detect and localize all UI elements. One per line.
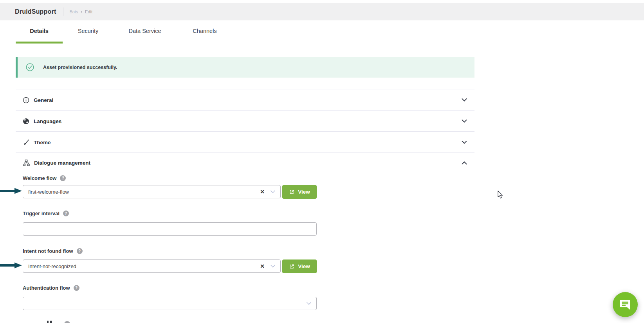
external-link-icon	[289, 189, 294, 195]
chevron-down-icon[interactable]	[462, 141, 467, 144]
authentication-flow-select[interactable]	[23, 297, 317, 310]
brush-icon	[23, 139, 29, 146]
breadcrumb: Bots • Edit	[70, 9, 93, 14]
breadcrumb-bots[interactable]: Bots	[70, 9, 78, 14]
tab-data-service[interactable]: Data Service	[114, 20, 176, 42]
view-button-label: View	[298, 189, 310, 195]
chevron-up-icon[interactable]	[462, 161, 467, 165]
section-dialogue-management[interactable]: Dialogue management	[16, 153, 474, 173]
header-divider	[63, 7, 63, 16]
section-general-label: General	[34, 97, 53, 103]
chevron-down-icon[interactable]	[307, 302, 311, 305]
header-bar: DruidSupport Bots • Edit	[0, 3, 644, 20]
section-languages-label: Languages	[34, 118, 61, 124]
welcome-flow-label: Welcome flow ?	[23, 175, 66, 181]
tab-baseline	[16, 43, 631, 43]
page-title: DruidSupport	[15, 8, 56, 15]
section-languages[interactable]: Languages	[16, 111, 474, 132]
help-icon	[64, 321, 70, 323]
annotation-arrow-intent-flow	[0, 261, 22, 271]
help-icon[interactable]: ?	[60, 175, 66, 181]
trigger-interval-label: Trigger interval ?	[23, 210, 69, 216]
welcome-flow-value: first-welcome-flow	[28, 189, 69, 195]
authentication-flow-label-text: Authentication flow	[23, 285, 70, 291]
active-tab-indicator	[16, 42, 63, 44]
tab-details[interactable]: Details	[16, 20, 63, 42]
section-theme[interactable]: Theme	[16, 132, 474, 153]
welcome-flow-select[interactable]: first-welcome-flow ✕	[23, 185, 281, 198]
tab-bar: Details Security Data Service Channels	[16, 20, 233, 42]
welcome-flow-label-text: Welcome flow	[23, 175, 56, 181]
alert-message: Asset provisioned successfully.	[43, 65, 117, 70]
clear-icon[interactable]: ✕	[260, 263, 265, 269]
check-circle-icon	[25, 63, 34, 72]
help-icon[interactable]: ?	[74, 285, 79, 291]
partial-next-field-label	[50, 321, 52, 323]
mouse-cursor-icon	[498, 191, 504, 201]
help-icon[interactable]: ?	[77, 248, 83, 254]
intent-not-found-select[interactable]: Intent-not-recognized ✕	[23, 259, 281, 273]
info-icon	[23, 97, 29, 103]
tab-security[interactable]: Security	[63, 20, 114, 42]
success-alert: Asset provisioned successfully.	[16, 57, 474, 78]
chat-bubble-icon	[619, 299, 632, 311]
section-dialogue-management-label: Dialogue management	[34, 160, 90, 166]
chevron-down-icon[interactable]	[462, 98, 467, 102]
intent-not-found-label: Intent not found flow ?	[23, 248, 83, 254]
globe-icon	[23, 118, 29, 125]
sitemap-icon	[23, 160, 30, 166]
section-general[interactable]: General	[16, 89, 474, 111]
bot-edit-page: DruidSupport Bots • Edit Details Securit…	[0, 0, 644, 323]
chevron-down-icon[interactable]	[271, 190, 275, 193]
welcome-flow-view-button[interactable]: View	[282, 185, 317, 199]
external-link-icon	[289, 264, 294, 269]
help-icon[interactable]: ?	[63, 210, 69, 216]
breadcrumb-edit: Edit	[85, 9, 92, 14]
trigger-interval-label-text: Trigger interval	[23, 210, 60, 216]
section-theme-label: Theme	[34, 140, 51, 145]
annotation-arrow-welcome-flow	[0, 187, 22, 197]
intent-not-found-value: Intent-not-recognized	[28, 263, 76, 269]
chevron-down-icon[interactable]	[271, 265, 275, 268]
trigger-interval-input[interactable]	[23, 222, 317, 236]
view-button-label: View	[298, 263, 310, 269]
breadcrumb-separator: •	[81, 10, 83, 14]
authentication-flow-label: Authentication flow ?	[23, 285, 79, 291]
chat-widget-button[interactable]	[613, 292, 638, 317]
partial-next-field-label	[47, 321, 49, 323]
intent-not-found-label-text: Intent not found flow	[23, 248, 73, 254]
tab-channels[interactable]: Channels	[176, 20, 233, 42]
chevron-down-icon[interactable]	[462, 120, 467, 123]
clear-icon[interactable]: ✕	[260, 189, 265, 195]
intent-not-found-view-button[interactable]: View	[282, 259, 317, 273]
